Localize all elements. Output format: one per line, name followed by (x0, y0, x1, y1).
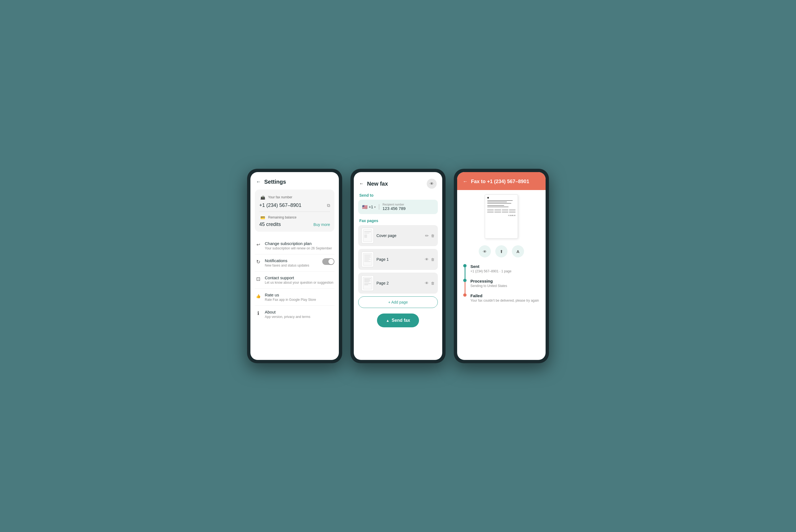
fax-number-row: +1 (234) 567–8901 (259, 203, 330, 208)
page1-delete-button[interactable] (431, 257, 434, 262)
step-dot-sent (463, 264, 466, 267)
new-fax-back-button[interactable] (359, 181, 364, 186)
support-subtitle: Let us know about your question or sugge… (265, 281, 333, 285)
about-subtitle: App version, privacy and terms (265, 315, 310, 319)
copy-fax-number-button[interactable] (327, 203, 330, 208)
cover-delete-button[interactable] (431, 233, 434, 238)
buy-more-button[interactable]: Buy more (313, 222, 330, 227)
phone-1: Settings Your fax number +1 (234) 567–89… (247, 169, 342, 363)
step-processing-title: Processing (470, 279, 507, 283)
new-fax-title: New fax (367, 180, 388, 187)
rate-title: Rate us (265, 292, 316, 297)
back-button[interactable] (256, 179, 261, 185)
settings-item-subscription[interactable]: Change subscription plan Your subscripti… (255, 237, 334, 254)
status-step-processing: Processing Sending to United States (463, 279, 540, 293)
country-chevron-icon: ▾ (374, 206, 376, 209)
status-timeline: Sent +1 (234) 567–8901 · 1 page Processi… (457, 262, 545, 314)
subscription-icon (255, 242, 261, 247)
font-button[interactable] (512, 245, 524, 258)
preview-table (487, 209, 516, 213)
view-fax-button[interactable] (479, 245, 491, 258)
page-item-cover: Cover page (358, 225, 438, 246)
balance-label-row: Remaining balance (259, 214, 330, 221)
add-page-button[interactable]: + Add page (358, 297, 438, 308)
send-fax-area: Send fax (354, 314, 442, 334)
preview-lines-1 (487, 200, 516, 204)
cover-page-actions (425, 233, 434, 239)
settings-item-notifications[interactable]: Notifications New faxes and status updat… (255, 254, 334, 271)
action-icons-row (457, 243, 545, 262)
preview-lines-2 (487, 205, 516, 207)
share-fax-button[interactable] (495, 245, 507, 258)
svg-rect-12 (363, 277, 372, 289)
cover-edit-button[interactable] (425, 233, 429, 239)
status-step-failed: Failed Your fax couldn't be delivered, p… (463, 293, 540, 308)
step-dot-failed (463, 293, 466, 297)
page-item-2: Page 2 (358, 273, 438, 293)
preview-amount: € 18,081.00 (487, 215, 516, 216)
status-title: Fax to +1 (234) 567–8901 (471, 179, 529, 185)
settings-header: Settings (251, 172, 339, 189)
wallet-icon (259, 215, 266, 221)
step-dot-processing (463, 279, 466, 282)
about-icon (255, 310, 261, 316)
page2-thumbnail (362, 276, 374, 291)
settings-item-about[interactable]: About App version, privacy and terms (255, 306, 334, 323)
page1-name: Page 1 (376, 257, 422, 262)
page2-actions (425, 281, 434, 286)
send-fax-label: Send fax (392, 318, 410, 323)
screens-container: Settings Your fax number +1 (234) 567–89… (247, 169, 549, 363)
settings-menu-list: Change subscription plan Your subscripti… (251, 237, 339, 323)
recipient-input[interactable]: 🇺🇸 +1 ▾ Recipient number 123 456 789 (358, 200, 438, 214)
step-sent-title: Sent (470, 264, 511, 269)
balance-amount: 45 credits (259, 222, 281, 227)
support-title: Contact support (265, 276, 333, 280)
eye-action-icon (483, 249, 487, 254)
subscription-title: Change subscription plan (265, 241, 332, 246)
status-header: ← Fax to +1 (234) 567–8901 (457, 172, 545, 190)
page1-actions (425, 257, 434, 262)
balance-amount-row: 45 credits Buy more (259, 222, 330, 227)
new-fax-screen: New fax Send to 🇺🇸 +1 ▾ Recipient number… (354, 172, 442, 360)
notifications-title: Notifications (265, 258, 309, 263)
cover-page-thumbnail (362, 228, 374, 243)
preview-button[interactable] (427, 179, 437, 189)
settings-item-support[interactable]: Contact support Let us know about your q… (255, 271, 334, 289)
page2-eye-button[interactable] (425, 281, 429, 286)
notifications-toggle[interactable] (322, 258, 334, 265)
settings-item-rate[interactable]: Rate us Rate Fax app in Google Play Stor… (255, 289, 334, 306)
status-screen: ← Fax to +1 (234) 567–8901 (457, 172, 545, 360)
font-action-icon (517, 249, 520, 254)
send-to-label: Send to (354, 193, 442, 200)
eye-icon (430, 181, 434, 186)
send-fax-button[interactable]: Send fax (377, 314, 419, 327)
balance-label: Remaining balance (268, 215, 297, 219)
about-title: About (265, 310, 310, 314)
page2-delete-button[interactable] (431, 281, 434, 286)
status-back-button[interactable]: ← (463, 179, 468, 185)
settings-screen: Settings Your fax number +1 (234) 567–89… (251, 172, 339, 360)
fax-preview: € 18,081.00 (485, 194, 518, 239)
country-selector[interactable]: 🇺🇸 +1 ▾ (362, 204, 376, 210)
send-icon (386, 318, 389, 323)
fax-icon (259, 194, 266, 200)
recipient-number-value: 123 456 789 (383, 206, 434, 211)
share-action-icon (500, 249, 503, 254)
country-code: +1 (369, 205, 373, 209)
step-processing-subtitle: Sending to United States (470, 284, 507, 288)
step-sent-subtitle: +1 (234) 567–8901 · 1 page (470, 269, 511, 273)
step-line-processing (465, 282, 465, 293)
page1-eye-button[interactable] (425, 257, 429, 262)
fax-number-value: +1 (234) 567–8901 (259, 203, 301, 208)
page-item-1: Page 1 (358, 249, 438, 270)
rate-icon (255, 293, 261, 299)
fax-pages-section: Cover page (354, 225, 442, 308)
fax-preview-container: € 18,081.00 (457, 190, 545, 243)
settings-title: Settings (264, 179, 286, 185)
page1-thumbnail (362, 252, 374, 267)
subscription-subtitle: Your subscription will renew on 26 Septe… (265, 246, 332, 250)
recipient-number-label: Recipient number (383, 203, 434, 206)
status-step-sent: Sent +1 (234) 567–8901 · 1 page (463, 264, 540, 279)
input-divider (379, 204, 379, 210)
step-failed-title: Failed (470, 293, 539, 298)
